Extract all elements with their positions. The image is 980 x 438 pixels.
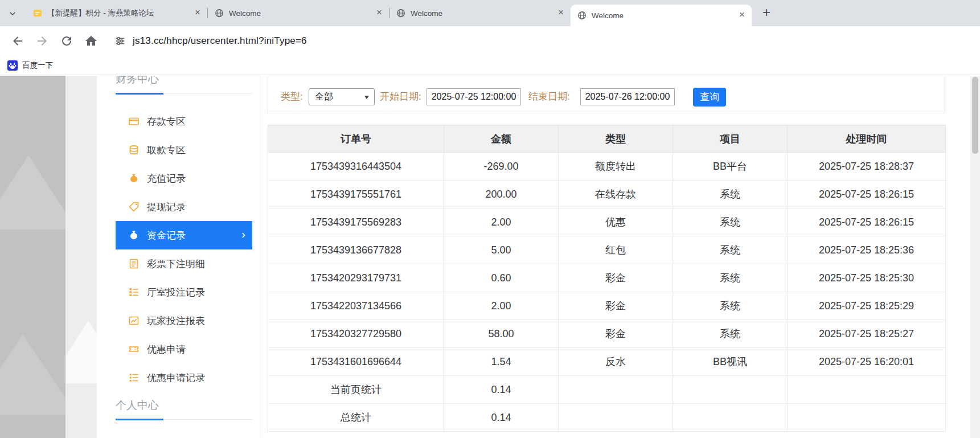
- sidebar-item-withdraw[interactable]: 取款专区: [116, 136, 252, 164]
- table-cell: 红包: [559, 236, 673, 264]
- table-cell: 5.00: [444, 236, 559, 264]
- chevron-down-icon: [8, 9, 17, 18]
- table-header-row: 订单号 金额 类型 项目 处理时间: [268, 125, 946, 153]
- table-cell: 优惠: [559, 208, 673, 236]
- table-row: 17534316016966441.54反水BB视讯2025-07-25 16:…: [268, 348, 946, 376]
- table-cell: 系统: [673, 320, 788, 348]
- reload-icon[interactable]: [60, 34, 73, 48]
- table-cell: -269.00: [444, 153, 559, 181]
- tab-search-button[interactable]: [5, 6, 20, 21]
- type-label: 类型:: [281, 88, 303, 105]
- sidebar-item-player-bet-report[interactable]: 玩家投注报表: [116, 306, 252, 335]
- section-rule-accent: [116, 419, 163, 420]
- table-cell: 总统计: [268, 404, 444, 432]
- sidebar-item-promo-record[interactable]: 优惠申请记录: [116, 363, 252, 392]
- bookmark-baidu[interactable]: 百度一下: [7, 60, 53, 71]
- sidebar-item-funds-record[interactable]: 资金记录 ›: [116, 221, 252, 249]
- table-cell: 1.54: [444, 348, 559, 376]
- back-icon[interactable]: [11, 34, 24, 48]
- tab-title: Welcome: [229, 9, 369, 18]
- table-header-cell: 订单号: [268, 125, 444, 153]
- tab-title: 【新提醒】积分 - 海燕策略论坛: [47, 8, 187, 18]
- promo-apply-icon: [128, 343, 140, 355]
- tab-welcome-1[interactable]: Welcome ×: [208, 0, 389, 26]
- sidebar-item-recharge-record[interactable]: 充值记录: [116, 164, 252, 193]
- table-row: 当前页统计0.14: [268, 376, 946, 404]
- tab-close-icon[interactable]: ×: [737, 10, 747, 21]
- type-select[interactable]: 全部: [309, 88, 375, 105]
- table-cell: 2.00: [444, 292, 559, 320]
- table-cell: 1753439136677828: [268, 236, 444, 264]
- table-cell: 反水: [559, 348, 673, 376]
- promo-record-icon: [128, 372, 140, 383]
- filter-bar: 类型: 全部 开始日期: 结束日期: 查询: [268, 76, 945, 113]
- new-tab-button[interactable]: +: [758, 5, 774, 21]
- tab-close-icon[interactable]: ×: [192, 8, 203, 18]
- section-title-personal: 个人中心: [116, 398, 159, 413]
- site-info-icon[interactable]: [114, 35, 126, 47]
- baidu-favicon-icon: [7, 60, 18, 71]
- sidebar-item-label: 彩票下注明细: [147, 257, 205, 271]
- table-header-cell: 处理时间: [788, 125, 946, 153]
- section-rule: [116, 93, 252, 94]
- table-cell: 2025-07-25 18:25:36: [788, 236, 946, 264]
- sidebar-item-hall-bet-record[interactable]: 厅室投注记录: [116, 278, 252, 306]
- home-icon[interactable]: [84, 34, 98, 48]
- sidebar-item-label: 充值记录: [147, 172, 186, 185]
- table-cell: 1753422037134566: [268, 292, 444, 320]
- table-cell: BB视讯: [673, 348, 788, 376]
- search-button[interactable]: 查询: [693, 88, 726, 107]
- page-background-strip: [0, 76, 65, 438]
- globe-favicon-icon: [215, 9, 224, 18]
- table-cell: 2.00: [444, 208, 559, 236]
- tab-welcome-2[interactable]: Welcome ×: [389, 0, 571, 26]
- sidebar: 财务中心 存款专区 取款专区 充值记录 提现记录: [97, 76, 260, 438]
- sidebar-item-label: 资金记录: [147, 229, 186, 242]
- table-cell: 彩金: [559, 320, 673, 348]
- recharge-moneybag-icon: [128, 173, 140, 184]
- sidebar-item-lottery-detail[interactable]: 彩票下注明细: [116, 249, 252, 278]
- start-date-input[interactable]: [427, 88, 521, 105]
- table-cell: 2025-07-25 18:26:15: [788, 208, 946, 236]
- tab-close-icon[interactable]: ×: [374, 8, 384, 18]
- sidebar-item-deposit[interactable]: 存款专区: [116, 107, 252, 136]
- tab-forum[interactable]: 【新提醒】积分 - 海燕策略论坛 ×: [26, 0, 207, 26]
- tab-welcome-active[interactable]: Welcome ×: [571, 5, 752, 26]
- sidebar-item-label: 厅室投注记录: [147, 286, 205, 299]
- browser-toolbar: js13.cc/hhcp/usercenter.html?iniType=6: [0, 26, 980, 56]
- table-body: 1753439316443504-269.00额度转出BB平台2025-07-2…: [268, 153, 946, 432]
- chevron-right-icon: ›: [241, 227, 245, 241]
- tab-strip: 【新提醒】积分 - 海燕策略论坛 × Welcome × Welcome ×: [0, 0, 980, 26]
- table-row: 1753439175551761200.00在线存款系统2025-07-25 1…: [268, 181, 946, 208]
- table-cell: [673, 404, 788, 432]
- deposit-card-icon: [128, 116, 140, 127]
- page-background-strip: [65, 76, 97, 438]
- sidebar-item-label: 优惠申请: [147, 343, 186, 356]
- globe-favicon-icon: [396, 9, 405, 18]
- tab-title: Welcome: [592, 11, 732, 20]
- decorative-triangle: [0, 335, 65, 415]
- table-header-cell: 金额: [444, 125, 559, 153]
- sidebar-item-promo-apply[interactable]: 优惠申请: [116, 335, 252, 363]
- table-row: 17534391755692832.00优惠系统2025-07-25 18:26…: [268, 208, 946, 236]
- vertical-scrollbar[interactable]: [970, 76, 980, 438]
- url-bar[interactable]: js13.cc/hhcp/usercenter.html?iniType=6: [114, 35, 307, 47]
- table-head: 订单号 金额 类型 项目 处理时间: [268, 125, 946, 153]
- table-cell: 200.00: [444, 181, 559, 208]
- url-text[interactable]: js13.cc/hhcp/usercenter.html?iniType=6: [133, 35, 307, 47]
- forward-icon[interactable]: [35, 34, 49, 48]
- table-cell: 1753439316443504: [268, 153, 444, 181]
- scrollbar-thumb[interactable]: [972, 77, 978, 154]
- table-cell: 2025-07-25 18:25:27: [788, 320, 946, 348]
- table-row: 1753439316443504-269.00额度转出BB平台2025-07-2…: [268, 153, 946, 181]
- table-cell: 0.14: [444, 404, 559, 432]
- player-bet-report-icon: [128, 315, 140, 326]
- table-cell: 系统: [673, 292, 788, 320]
- lottery-detail-icon: [128, 258, 140, 269]
- end-date-input[interactable]: [580, 88, 675, 105]
- table-cell: 系统: [673, 236, 788, 264]
- tab-close-icon[interactable]: ×: [556, 8, 566, 18]
- sidebar-item-cashout-record[interactable]: 提现记录: [116, 193, 252, 221]
- table-cell: 0.60: [444, 264, 559, 292]
- table-cell: 在线存款: [559, 181, 673, 208]
